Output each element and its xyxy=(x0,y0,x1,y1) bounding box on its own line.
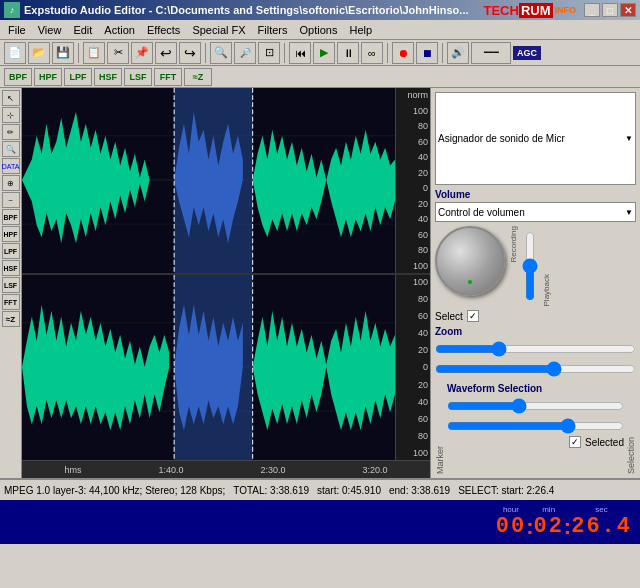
cut-button[interactable]: ✂ xyxy=(107,42,129,64)
tool-zoom[interactable]: 🔍 xyxy=(2,141,20,157)
sec-value: 26.4 xyxy=(571,514,632,539)
fft-filter-button[interactable]: FFT xyxy=(154,68,182,86)
device-dropdown[interactable]: Asignador de sonido de Micr ▼ xyxy=(435,92,636,185)
zoom-label: Zoom xyxy=(435,326,636,337)
waveform-top-row: norm 100 80 60 40 20 0 20 40 60 80 100 xyxy=(22,88,430,273)
status-end: end: 3:38.619 xyxy=(389,485,450,496)
sep1 xyxy=(78,43,79,63)
waveform-selection-label: Waveform Selection xyxy=(447,383,624,394)
marker-selection-area: Marker Waveform Selection ✓ Selected Sel… xyxy=(435,383,636,474)
record-button[interactable]: ⏺ xyxy=(392,42,414,64)
approx-z-filter-button[interactable]: ≈Z xyxy=(184,68,212,86)
approxz-label[interactable]: ≈Z xyxy=(2,311,20,327)
pb-label-area: Playback xyxy=(542,226,551,306)
bpf-filter-button[interactable]: BPF xyxy=(4,68,32,86)
menu-options[interactable]: Options xyxy=(294,22,344,38)
waveform-bottom[interactable] xyxy=(22,275,395,460)
menu-effects[interactable]: Effects xyxy=(141,22,186,38)
menu-filters[interactable]: Filters xyxy=(252,22,294,38)
tool-pencil[interactable]: ✏ xyxy=(2,124,20,140)
copy-button[interactable]: 📋 xyxy=(83,42,105,64)
hpf-filter-button[interactable]: HPF xyxy=(34,68,62,86)
knob-indicator xyxy=(468,280,472,284)
menu-file[interactable]: File xyxy=(2,22,32,38)
close-button[interactable]: ✕ xyxy=(620,3,636,17)
selected-row: ✓ Selected xyxy=(447,436,624,448)
dropdown-arrow-volume: ▼ xyxy=(625,208,633,217)
waveform-selection-slider-1[interactable] xyxy=(447,398,624,414)
zoom-slider-1[interactable] xyxy=(435,341,636,357)
dropdown-arrow-device: ▼ xyxy=(625,134,633,143)
right-panel: Asignador de sonido de Micr ▼ Volume Con… xyxy=(430,88,640,478)
volume-dropdown[interactable]: Control de volumen ▼ xyxy=(435,202,636,222)
waveform-bottom-svg xyxy=(22,275,395,460)
open-button[interactable]: 📂 xyxy=(28,42,50,64)
zoom-out-button[interactable]: 🔎 xyxy=(234,42,256,64)
waveform-top[interactable] xyxy=(22,88,395,273)
play-button[interactable]: ▶ xyxy=(313,42,335,64)
waveform-top-svg xyxy=(22,88,395,273)
menu-edit[interactable]: Edit xyxy=(67,22,98,38)
hour-display: hour 00 xyxy=(496,505,526,539)
menu-bar: File View Edit Action Effects Special FX… xyxy=(0,20,640,40)
sep4 xyxy=(387,43,388,63)
volume-knob[interactable] xyxy=(435,226,505,296)
waveform-bottom-row: 100 80 60 40 20 0 20 40 60 80 100 xyxy=(22,273,430,460)
redo-button[interactable]: ↪ xyxy=(179,42,201,64)
pause-button[interactable]: ⏸ xyxy=(337,42,359,64)
knob-area: Recording Playback xyxy=(435,226,636,306)
waveform-selection-slider-2[interactable] xyxy=(447,418,624,434)
rewind-button[interactable]: ⏮ xyxy=(289,42,311,64)
menu-help[interactable]: Help xyxy=(343,22,378,38)
vol-slider[interactable]: ━━━ xyxy=(471,42,511,64)
undo-button[interactable]: ↩ xyxy=(155,42,177,64)
tool-wave[interactable]: ~ xyxy=(2,192,20,208)
pb-rec-area: Recording xyxy=(509,226,518,306)
volume-section: Volume Control de volumen ▼ xyxy=(435,189,636,222)
lsf-label[interactable]: LSF xyxy=(2,277,20,293)
zoom-section: Zoom xyxy=(435,326,636,379)
menu-view[interactable]: View xyxy=(32,22,68,38)
bpf-label[interactable]: BPF xyxy=(2,209,20,225)
status-text: MPEG 1.0 layer-3: 44,100 kHz; Stereo; 12… xyxy=(4,485,225,496)
lpf-label[interactable]: LPF xyxy=(2,243,20,259)
recording-label: Recording xyxy=(509,226,518,262)
paste-button[interactable]: 📌 xyxy=(131,42,153,64)
colon1: : xyxy=(526,514,533,540)
stop-button[interactable]: ⏹ xyxy=(416,42,438,64)
volume-up-button[interactable]: 🔊 xyxy=(447,42,469,64)
lsf-filter-button[interactable]: LSF xyxy=(124,68,152,86)
hpf-label[interactable]: HPF xyxy=(2,226,20,242)
fft-label[interactable]: FFT xyxy=(2,294,20,310)
menu-action[interactable]: Action xyxy=(98,22,141,38)
zoom-fit-button[interactable]: ⊡ xyxy=(258,42,280,64)
colon2: : xyxy=(564,514,571,540)
tool-select[interactable]: ⊹ xyxy=(2,107,20,123)
zoom-in-button[interactable]: 🔍 xyxy=(210,42,232,64)
min-label: min xyxy=(542,505,555,514)
agc-indicator: AGC xyxy=(513,46,541,60)
select-checkbox[interactable]: ✓ xyxy=(467,310,479,322)
tool-data[interactable]: DATA xyxy=(2,158,20,174)
waveform-panel: norm 100 80 60 40 20 0 20 40 60 80 100 xyxy=(22,88,430,478)
recording-slider[interactable] xyxy=(522,231,538,301)
zoom-slider-2[interactable] xyxy=(435,361,636,377)
save-button[interactable]: 💾 xyxy=(52,42,74,64)
title-bar: ♪ Expstudio Audio Editor - C:\Documents … xyxy=(0,0,640,20)
selected-checkbox[interactable]: ✓ xyxy=(569,436,581,448)
minimize-button[interactable]: _ xyxy=(584,3,600,17)
lpf-filter-button[interactable]: LPF xyxy=(64,68,92,86)
marker-label: Marker xyxy=(435,383,445,474)
hsf-label[interactable]: HSF xyxy=(2,260,20,276)
knob-container xyxy=(435,226,505,296)
tool-crosshair[interactable]: ⊕ xyxy=(2,175,20,191)
y-axis-top: norm 100 80 60 40 20 0 20 40 60 80 100 xyxy=(395,88,430,273)
menu-special-fx[interactable]: Special FX xyxy=(186,22,251,38)
volume-label: Volume xyxy=(435,189,636,200)
tool-cursor[interactable]: ↖ xyxy=(2,90,20,106)
filter-toolbar: BPF HPF LPF HSF LSF FFT ≈Z xyxy=(0,66,640,88)
loop-button[interactable]: ∞ xyxy=(361,42,383,64)
hsf-filter-button[interactable]: HSF xyxy=(94,68,122,86)
maximize-button[interactable]: □ xyxy=(602,3,618,17)
new-button[interactable]: 📄 xyxy=(4,42,26,64)
